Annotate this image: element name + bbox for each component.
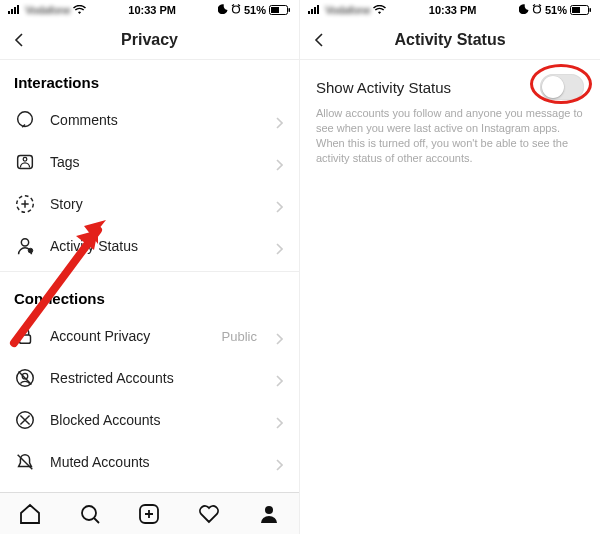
row-blocked[interactable]: Blocked Accounts — [0, 399, 299, 441]
divider — [0, 271, 299, 272]
setting-title: Show Activity Status — [316, 79, 451, 96]
svg-point-30 — [533, 6, 540, 13]
chevron-right-icon — [275, 415, 285, 425]
chevron-right-icon — [275, 457, 285, 467]
battery-pct: 51% — [244, 4, 266, 16]
chevron-right-icon — [275, 373, 285, 383]
nav-header: Privacy — [0, 20, 299, 60]
wifi-icon — [73, 5, 86, 15]
toggle-show-activity[interactable] — [540, 74, 584, 100]
row-label: Tags — [50, 154, 261, 170]
story-icon — [14, 193, 36, 215]
svg-rect-0 — [8, 11, 10, 14]
moon-icon — [218, 4, 228, 16]
page-title: Activity Status — [394, 31, 505, 49]
row-label: Story — [50, 196, 261, 212]
row-label: Blocked Accounts — [50, 412, 261, 428]
section-header-interactions: Interactions — [0, 60, 299, 99]
tab-new-post[interactable] — [136, 501, 162, 527]
svg-rect-27 — [311, 9, 313, 14]
svg-rect-2 — [14, 7, 16, 14]
phone-privacy: Vodafone 10:33 PM 51% — [0, 0, 300, 534]
row-story[interactable]: Story — [0, 183, 299, 225]
row-label: Activity Status — [50, 238, 261, 254]
nav-header: Activity Status — [300, 20, 600, 60]
back-button[interactable] — [10, 30, 30, 50]
svg-point-8 — [18, 112, 33, 127]
toggle-knob — [542, 76, 564, 98]
battery-pct: 51% — [545, 4, 567, 16]
section-header-connections: Connections — [0, 276, 299, 315]
row-aux: Public — [222, 329, 257, 344]
phone-activity-status: Vodafone 10:33 PM 51% Activity Status Sh… — [300, 0, 600, 534]
setting-show-activity: Show Activity Status Allow accounts you … — [300, 60, 600, 179]
tab-profile[interactable] — [256, 501, 282, 527]
row-label: Muted Accounts — [50, 454, 261, 470]
svg-rect-6 — [271, 7, 279, 13]
restricted-icon — [14, 367, 36, 389]
svg-rect-1 — [11, 9, 13, 14]
signal-icon — [308, 4, 322, 16]
page-title: Privacy — [121, 31, 178, 49]
signal-icon — [8, 4, 22, 16]
privacy-list: Interactions Comments Tags Story Activit… — [0, 60, 299, 534]
svg-rect-26 — [308, 11, 310, 14]
svg-point-13 — [28, 248, 33, 253]
activity-icon — [14, 235, 36, 257]
back-button[interactable] — [310, 30, 330, 50]
row-tags[interactable]: Tags — [0, 141, 299, 183]
carrier-label: Vodafone — [325, 4, 370, 16]
svg-point-25 — [265, 506, 273, 514]
row-restricted[interactable]: Restricted Accounts — [0, 357, 299, 399]
svg-point-23 — [82, 506, 96, 520]
chevron-right-icon — [275, 241, 285, 251]
row-muted[interactable]: Muted Accounts — [0, 441, 299, 483]
status-time: 10:33 PM — [429, 4, 477, 16]
muted-icon — [14, 451, 36, 473]
tab-bar — [0, 492, 299, 534]
svg-rect-33 — [590, 8, 592, 12]
svg-point-12 — [21, 239, 28, 246]
alarm-icon — [231, 4, 241, 16]
chevron-right-icon — [275, 157, 285, 167]
row-account-privacy[interactable]: Account Privacy Public — [0, 315, 299, 357]
carrier-label: Vodafone — [25, 4, 70, 16]
row-comments[interactable]: Comments — [0, 99, 299, 141]
chevron-right-icon — [275, 199, 285, 209]
svg-rect-32 — [572, 7, 580, 13]
alarm-icon — [532, 4, 542, 16]
svg-rect-29 — [317, 5, 319, 14]
tab-activity[interactable] — [196, 501, 222, 527]
svg-point-4 — [232, 6, 239, 13]
moon-icon — [519, 4, 529, 16]
comment-icon — [14, 109, 36, 131]
svg-rect-14 — [20, 335, 31, 343]
setting-description: Allow accounts you follow and anyone you… — [316, 106, 584, 165]
battery-icon — [269, 5, 291, 15]
row-label: Account Privacy — [50, 328, 208, 344]
svg-rect-3 — [17, 5, 19, 14]
blocked-icon — [14, 409, 36, 431]
status-time: 10:33 PM — [128, 4, 176, 16]
status-bar: Vodafone 10:33 PM 51% — [300, 0, 600, 20]
row-activity-status[interactable]: Activity Status — [0, 225, 299, 267]
status-bar: Vodafone 10:33 PM 51% — [0, 0, 299, 20]
battery-icon — [570, 5, 592, 15]
svg-point-10 — [23, 157, 27, 161]
chevron-right-icon — [275, 115, 285, 125]
chevron-right-icon — [275, 331, 285, 341]
lock-icon — [14, 325, 36, 347]
tags-icon — [14, 151, 36, 173]
svg-rect-7 — [289, 8, 291, 12]
tab-home[interactable] — [17, 501, 43, 527]
svg-rect-28 — [314, 7, 316, 14]
row-label: Comments — [50, 112, 261, 128]
tab-search[interactable] — [77, 501, 103, 527]
row-label: Restricted Accounts — [50, 370, 261, 386]
wifi-icon — [373, 5, 386, 15]
